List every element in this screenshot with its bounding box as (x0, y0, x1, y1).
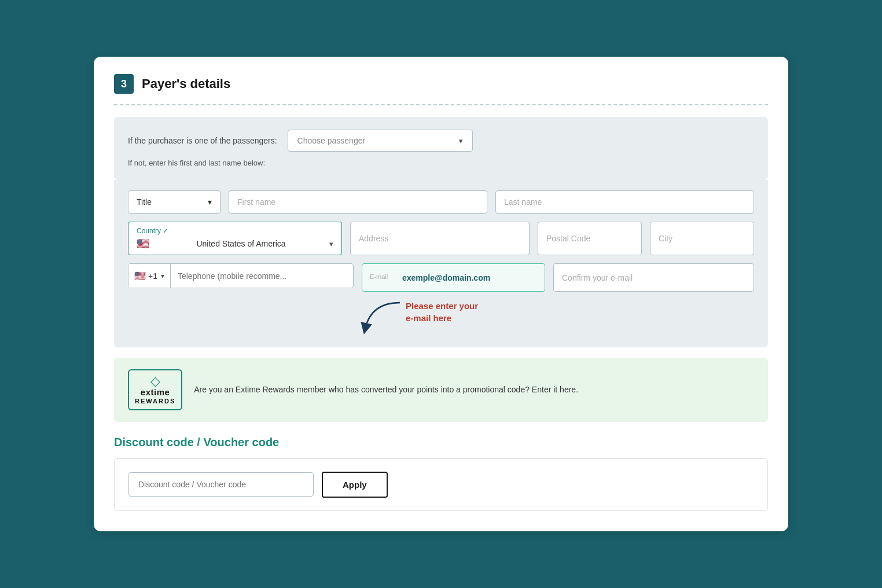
extime-brand-sub: REWARDS (135, 398, 175, 405)
passenger-dropdown-placeholder: Choose passenger (297, 136, 366, 145)
phone-country-select[interactable]: 🇺🇸 +1 ▾ (128, 264, 171, 288)
chevron-down-icon: ▾ (161, 272, 164, 280)
email-input[interactable] (362, 263, 545, 292)
confirm-email-input[interactable] (553, 263, 754, 292)
country-label-text: Country ✓ (137, 227, 168, 235)
main-card: 3 Payer's details If the purchaser is on… (94, 57, 788, 531)
extime-banner: ◇ extime REWARDS Are you an Extime Rewar… (114, 358, 768, 422)
form-section: Title ▾ Country ✓ 🇺🇸 United States of Am… (114, 180, 768, 347)
country-select[interactable]: Country ✓ 🇺🇸 United States of America ▾ (128, 222, 342, 255)
section-divider (114, 104, 768, 105)
title-placeholder: Title (137, 197, 152, 207)
section-title: Payer's details (142, 76, 230, 91)
passenger-dropdown[interactable]: Choose passenger ▾ (288, 130, 473, 152)
discount-section-title: Discount code / Voucher code (114, 436, 768, 449)
address-input[interactable] (350, 222, 530, 255)
last-name-input[interactable] (495, 190, 754, 214)
phone-input[interactable] (171, 265, 353, 287)
country-name: United States of America (196, 239, 285, 248)
chevron-down-icon: ▾ (329, 240, 333, 248)
passenger-select-label: If the purchaser is one of the passenger… (128, 136, 277, 145)
discount-code-input[interactable] (128, 472, 314, 497)
section-number: 3 (114, 74, 134, 94)
first-name-input[interactable] (229, 190, 487, 214)
extime-logo: ◇ extime REWARDS (128, 369, 182, 410)
apply-button[interactable]: Apply (322, 472, 388, 498)
title-select[interactable]: Title ▾ (128, 190, 220, 214)
contact-row: 🇺🇸 +1 ▾ E-mail exemple@domain.com (128, 263, 754, 292)
us-flag-icon: 🇺🇸 (137, 237, 149, 250)
address-row: Country ✓ 🇺🇸 United States of America ▾ (128, 222, 754, 255)
email-row: E-mail exemple@domain.com (362, 263, 754, 292)
name-row: Title ▾ (128, 190, 754, 214)
annotation-text: Please enter your e-mail here (406, 300, 478, 335)
postal-code-input[interactable] (538, 222, 642, 255)
annotation-container: Please enter your e-mail here (128, 300, 754, 335)
passenger-sub-label: If not, enter his first and last name be… (128, 159, 754, 167)
section-header: 3 Payer's details (114, 74, 768, 94)
email-input-wrapper: E-mail exemple@domain.com (362, 263, 545, 292)
us-flag-icon: 🇺🇸 (134, 270, 146, 281)
phone-field[interactable]: 🇺🇸 +1 ▾ (128, 263, 354, 288)
phone-code: +1 (148, 271, 157, 281)
passenger-select-section: If the purchaser is one of the passenger… (114, 117, 768, 180)
extime-brand-main: extime (141, 388, 170, 398)
passenger-select-row: If the purchaser is one of the passenger… (128, 130, 754, 152)
chevron-down-icon: ▾ (459, 137, 463, 145)
extime-description: Are you an Extime Rewards member who has… (194, 384, 578, 396)
arrow-icon (359, 300, 406, 335)
chevron-down-icon: ▾ (208, 197, 212, 207)
discount-box: Apply (114, 458, 768, 511)
country-label: Country ✓ (137, 227, 333, 235)
country-value-row: 🇺🇸 United States of America ▾ (137, 237, 333, 250)
city-input[interactable] (650, 222, 754, 255)
discount-row: Apply (128, 472, 754, 498)
extime-diamond-icon: ◇ (150, 375, 160, 388)
